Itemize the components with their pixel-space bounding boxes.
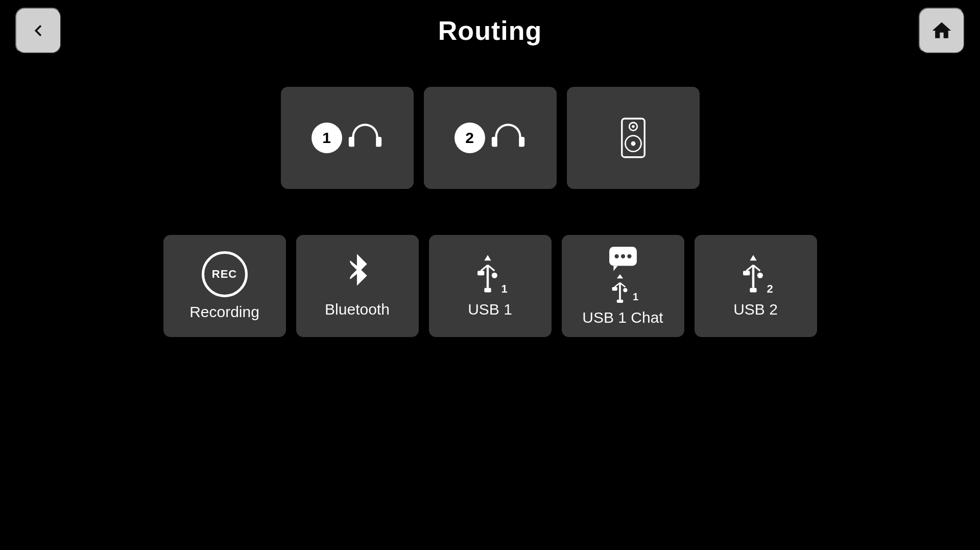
svg-marker-34 [750,255,757,260]
svg-point-6 [632,125,635,128]
svg-point-13 [492,273,497,278]
usb1chat-icon: 1 [607,246,638,303]
svg-point-19 [620,254,625,258]
svg-rect-2 [491,137,497,147]
svg-point-20 [627,254,631,258]
rec-icon: REC [202,251,248,297]
svg-marker-15 [485,255,491,260]
headphone1-tile[interactable]: 1 [281,87,414,189]
bluetooth-tile[interactable]: Bluetooth [296,235,419,337]
svg-marker-27 [617,274,623,278]
svg-point-32 [757,273,763,278]
top-row: 1 2 [281,87,700,189]
headphone1-icon [347,122,383,154]
svg-rect-31 [743,271,750,275]
usb1chat-tile[interactable]: 1 USB 1 Chat [562,235,684,337]
svg-rect-14 [485,288,491,293]
usb2-tile[interactable]: 2 USB 2 [695,235,817,337]
headphone2-icon [490,122,526,154]
headphone1-badge: 1 [312,123,342,153]
usb1-icon: 1 [472,254,507,295]
usb1chat-label: USB 1 Chat [582,309,663,326]
usb1-label: USB 1 [468,301,512,318]
svg-point-8 [631,141,635,146]
usb2-icon: 2 [738,254,773,295]
bluetooth-label: Bluetooth [325,301,390,318]
bluetooth-icon [342,254,373,295]
headphone2-tile[interactable]: 2 [424,87,557,189]
svg-rect-3 [519,137,524,147]
svg-point-25 [623,288,627,292]
svg-rect-1 [376,137,381,147]
svg-marker-17 [613,266,617,271]
svg-point-18 [614,254,618,258]
svg-rect-26 [617,300,623,303]
svg-rect-12 [477,271,484,275]
recording-label: Recording [189,303,259,321]
svg-rect-24 [612,287,617,291]
headphone2-badge: 2 [455,123,485,153]
bottom-row: REC Recording Bluetooth [163,235,817,337]
usb2-label: USB 2 [733,301,778,318]
svg-rect-33 [750,288,757,293]
page-title: Routing [438,15,542,46]
svg-rect-0 [348,137,354,147]
usb1-tile[interactable]: 1 USB 1 [429,235,552,337]
speaker-icon [618,117,649,158]
speaker-tile[interactable] [567,87,700,189]
recording-tile[interactable]: REC Recording [163,235,286,337]
